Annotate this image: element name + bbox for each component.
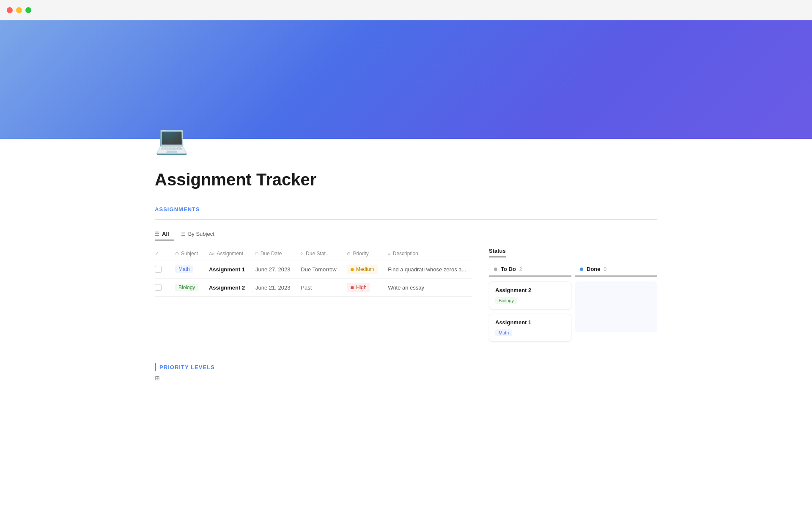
kanban-column-todo: To Do 2 Assignment 2 Biology Assignment … (489, 262, 571, 346)
page: 💻 Assignment Tracker ASSIGNMENTS ☰ All ☰… (0, 20, 812, 381)
todo-label: To Do (501, 266, 516, 272)
col-description: ≡ Description (383, 247, 472, 260)
todo-dot (494, 268, 497, 271)
col-due-date-label: Due Date (261, 251, 282, 257)
row1-assignment-name: Assignment 1 (209, 266, 245, 273)
done-dot (580, 268, 583, 271)
duedate-col-icon: □ (255, 251, 258, 256)
todo-count: 2 (519, 266, 522, 272)
row1-subject-cell: Math (170, 260, 204, 279)
kanban-col-header-todo: To Do 2 (489, 262, 571, 276)
row2-priority-cell: ■ High (342, 279, 383, 297)
row2-desc-cell: Write an essay (383, 279, 472, 297)
table-row: Biology Assignment 2 June 21, 2023 Past (155, 279, 472, 297)
header-banner (0, 20, 812, 139)
col-subject-label: Subject (181, 251, 198, 257)
row2-assignment-name: Assignment 2 (209, 284, 245, 291)
row2-date: June 21, 2023 (255, 284, 290, 291)
assignments-table-container: ✓ ⊙ Subject Aa (155, 247, 472, 297)
kanban-card-title: Assignment 1 (495, 319, 565, 326)
row1-priority-cell: ■ Medium (342, 260, 383, 279)
row1-date: June 27, 2023 (255, 266, 290, 273)
done-label: Done (587, 266, 601, 272)
row2-priority-label: High (356, 284, 367, 290)
row2-status-cell: Past (296, 279, 342, 297)
row2-description: Write an essay (388, 284, 424, 291)
row1-due-status: Due Tomorrow (301, 266, 336, 273)
col-subject: ⊙ Subject (170, 247, 204, 260)
tab-all-label: All (162, 231, 169, 237)
row1-desc-cell: Find a quadrati whose zeros a... (383, 260, 472, 279)
row1-status-cell: Due Tomorrow (296, 260, 342, 279)
tab-by-subject-label: By Subject (188, 231, 214, 237)
kanban-card-tag: Math (495, 329, 512, 336)
page-title: Assignment Tracker (155, 170, 657, 189)
tab-subject-icon: ☰ (181, 231, 186, 237)
kanban-card[interactable]: Assignment 2 Biology (489, 282, 571, 309)
col-priority: ⊙ Priority (342, 247, 383, 260)
row2-subject-cell: Biology (170, 279, 204, 297)
assignments-layout: ✓ ⊙ Subject Aa (155, 247, 657, 346)
kanban-board: To Do 2 Assignment 2 Biology Assignment … (489, 262, 657, 346)
close-button[interactable] (7, 7, 13, 13)
kanban-status-tab[interactable]: Status (489, 248, 506, 257)
priority-section-title: Priority Levels (155, 363, 657, 371)
row1-date-cell: June 27, 2023 (250, 260, 296, 279)
col-assignment-label: Assignment (217, 251, 243, 257)
done-count: 0 (604, 266, 607, 272)
subject-col-icon: ⊙ (175, 251, 179, 257)
row1-check-cell (155, 260, 170, 279)
assignments-table: ✓ ⊙ Subject Aa (155, 247, 472, 297)
duestatus-col-icon: Σ (301, 251, 304, 256)
description-col-icon: ≡ (388, 251, 390, 256)
priority-section: Priority Levels ⊞ (155, 363, 657, 381)
col-due-status: Σ Due Stat... (296, 247, 342, 260)
kanban-col-header-done: Done 0 (575, 262, 657, 276)
page-icon: 💻 (155, 126, 657, 153)
row1-assignment-cell: Assignment 1 (204, 260, 250, 279)
minimize-button[interactable] (16, 7, 22, 13)
done-column-bg (575, 282, 657, 332)
row2-due-status: Past (301, 284, 312, 291)
col-description-label: Description (393, 251, 418, 257)
col-assignment: Aa Assignment (204, 247, 250, 260)
col-due-status-label: Due Stat... (306, 251, 330, 257)
kanban-card[interactable]: Assignment 1 Math (489, 314, 571, 342)
row2-checkbox[interactable] (155, 284, 162, 291)
row1-checkbox[interactable] (155, 266, 162, 273)
priority-high-icon: ■ (350, 284, 354, 291)
row2-assignment-cell: Assignment 2 (204, 279, 250, 297)
row1-description: Find a quadrati whose zeros a... (388, 266, 466, 273)
section-divider (155, 219, 657, 220)
row1-priority-badge: ■ Medium (347, 265, 377, 274)
tab-by-subject[interactable]: ☰ By Subject (181, 228, 219, 240)
window-chrome (0, 0, 812, 20)
priority-medium-icon: ■ (350, 266, 354, 273)
kanban-column-done: Done 0 (575, 262, 657, 346)
col-priority-label: Priority (353, 251, 368, 257)
priority-table-icon: ⊞ (155, 375, 657, 381)
tab-all[interactable]: ☰ All (155, 228, 174, 240)
kanban-card-tag: Biology (495, 297, 517, 304)
row2-subject-tag: Biology (175, 284, 198, 291)
tab-all-icon: ☰ (155, 231, 159, 237)
assignments-section-title: ASSIGNMENTS (155, 206, 657, 213)
check-col-icon: ✓ (155, 251, 159, 256)
row1-priority-label: Medium (356, 266, 374, 272)
kanban-card-title: Assignment 2 (495, 287, 565, 293)
row2-priority-badge: ■ High (347, 283, 370, 292)
kanban-container: Status To Do 2 Assignment 2 (489, 247, 657, 346)
row1-subject-tag: Math (175, 265, 193, 273)
row2-date-cell: June 21, 2023 (250, 279, 296, 297)
priority-col-icon: ⊙ (347, 251, 351, 257)
table-row: Math Assignment 1 June 27, 2023 Due Tomo… (155, 260, 472, 279)
view-tabs: ☰ All ☰ By Subject (155, 228, 657, 240)
assignment-col-icon: Aa (209, 251, 214, 256)
col-check: ✓ (155, 247, 170, 260)
col-due-date: □ Due Date (250, 247, 296, 260)
assignments-section: ASSIGNMENTS ☰ All ☰ By Subject (155, 206, 657, 346)
row2-check-cell (155, 279, 170, 297)
maximize-button[interactable] (25, 7, 31, 13)
